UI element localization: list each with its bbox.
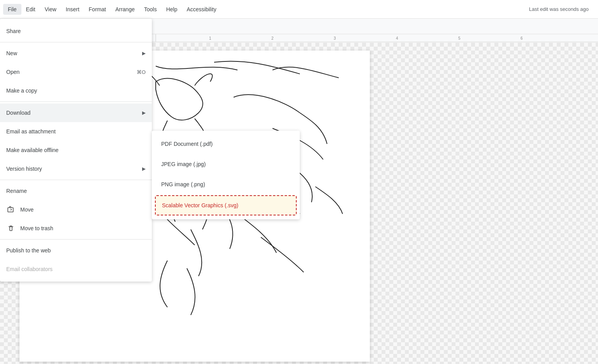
svg-label: Scalable Vector Graphics (.svg) (162, 202, 238, 208)
version-history-arrow: ▶ (142, 166, 146, 172)
menu-arrange[interactable]: Arrange (111, 4, 139, 15)
open-label: Open (6, 69, 19, 75)
menu-tools[interactable]: Tools (139, 4, 162, 15)
make-offline-label: Make available offline (6, 147, 58, 153)
png-label: PNG image (.png) (161, 181, 205, 187)
menubar: File Edit View Insert Format Arrange Too… (0, 0, 598, 19)
menu-item-publish[interactable]: Publish to the web (0, 241, 152, 260)
pdf-label: PDF Document (.pdf) (161, 141, 213, 147)
svg-text:5: 5 (458, 36, 461, 40)
menu-item-move-trash[interactable]: Move to trash (0, 219, 152, 238)
menu-item-rename[interactable]: Rename (0, 182, 152, 200)
menu-help[interactable]: Help (162, 4, 182, 15)
divider-2 (0, 102, 152, 102)
menu-item-new[interactable]: New ▶ (0, 44, 152, 63)
download-arrow: ▶ (142, 110, 146, 116)
menu-item-email-collaborators: Email collaborators (0, 260, 152, 278)
email-collaborators-label: Email collaborators (6, 266, 53, 272)
new-label: New (6, 50, 17, 56)
menu-item-move[interactable]: Move (0, 200, 152, 219)
download-submenu: PDF Document (.pdf) JPEG image (.jpg) PN… (152, 131, 300, 219)
menu-accessibility[interactable]: Accessibility (182, 4, 221, 15)
menu-item-open[interactable]: Open ⌘O (0, 63, 152, 81)
submenu-item-svg[interactable]: Scalable Vector Graphics (.svg) (155, 195, 297, 215)
email-attachment-label: Email as attachment (6, 128, 56, 135)
menu-item-make-copy[interactable]: Make a copy (0, 81, 152, 100)
svg-text:2: 2 (271, 36, 274, 40)
file-menu: Share New ▶ Open ⌘O Make a copy Download… (0, 19, 152, 282)
menu-format[interactable]: Format (84, 4, 111, 15)
version-history-label: Version history (6, 166, 42, 172)
divider-1 (0, 42, 152, 42)
jpeg-label: JPEG image (.jpg) (161, 161, 206, 167)
svg-text:6: 6 (521, 36, 523, 40)
divider-4 (0, 239, 152, 240)
divider-3 (0, 180, 152, 180)
open-shortcut: ⌘O (137, 69, 146, 75)
share-label: Share (6, 28, 21, 34)
menu-item-make-offline[interactable]: Make available offline (0, 141, 152, 159)
last-edit-status: Last edit was seconds ago (529, 6, 589, 12)
make-copy-label: Make a copy (6, 88, 37, 94)
new-arrow: ▶ (142, 51, 146, 56)
menu-file[interactable]: File (3, 4, 21, 15)
svg-text:3: 3 (334, 36, 336, 40)
move-trash-label: Move to trash (20, 225, 53, 231)
move-label: Move (20, 206, 33, 213)
menu-item-share[interactable]: Share (0, 22, 152, 40)
move-icon (6, 205, 16, 214)
svg-text:1: 1 (209, 36, 211, 40)
download-label: Download (6, 110, 30, 116)
menu-view[interactable]: View (40, 4, 61, 15)
menu-item-version-history[interactable]: Version history ▶ (0, 159, 152, 178)
submenu-item-jpeg[interactable]: JPEG image (.jpg) (152, 154, 300, 174)
menu-edit[interactable]: Edit (21, 4, 40, 15)
menu-insert[interactable]: Insert (61, 4, 84, 15)
menu-item-email-attachment[interactable]: Email as attachment (0, 122, 152, 141)
trash-icon (6, 224, 16, 233)
publish-label: Publish to the web (6, 247, 51, 254)
rename-label: Rename (6, 188, 27, 194)
submenu-item-pdf[interactable]: PDF Document (.pdf) (152, 134, 300, 154)
svg-rect-9 (8, 208, 13, 212)
submenu-item-png[interactable]: PNG image (.png) (152, 174, 300, 194)
menu-item-download[interactable]: Download ▶ (0, 103, 152, 122)
svg-text:4: 4 (396, 36, 398, 40)
